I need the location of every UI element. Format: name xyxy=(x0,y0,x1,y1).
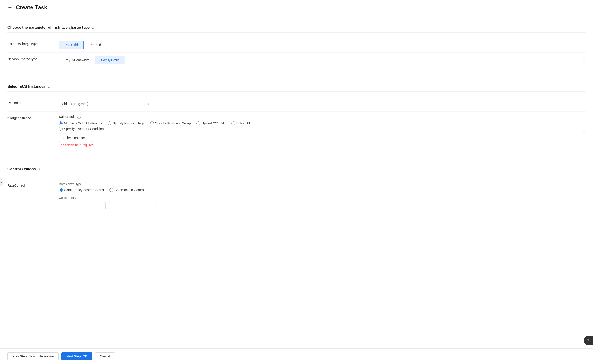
region-id-select[interactable]: China (Hangzhou) xyxy=(59,100,152,108)
rate-control-type-label: Rate control type xyxy=(59,182,586,186)
page-wrapper: ‹ ← Create Task Choose the parameter of … xyxy=(0,0,593,364)
prepaid-button[interactable]: PrePaid xyxy=(84,41,107,49)
specify-inventory-radio[interactable] xyxy=(59,127,63,131)
specify-resource-group-radio-item[interactable]: Specify Resource Group xyxy=(150,121,191,125)
main-content: Choose the parameter of instnace charge … xyxy=(0,15,593,364)
region-id-label: RegionId xyxy=(7,100,59,105)
target-instance-label: TargetInstance xyxy=(7,115,59,120)
select-all-radio-item[interactable]: Select All xyxy=(231,121,250,125)
instance-charge-type-controls: PostPaid PrePaid xyxy=(59,41,586,49)
region-id-select-wrapper: China (Hangzhou) ∨ xyxy=(59,100,152,108)
paybybandwidth-button[interactable]: PayByBandwidth xyxy=(59,56,95,64)
help-bubble[interactable]: ? xyxy=(584,336,593,345)
target-instance-copy-icon[interactable]: ⊟ xyxy=(582,129,586,133)
chevron-left-icon: ‹ xyxy=(1,180,2,184)
region-id-controls: China (Hangzhou) ∨ xyxy=(59,100,586,108)
select-instances-button[interactable]: Select Instances xyxy=(59,134,92,142)
concurrency-field-label: Concurrency xyxy=(59,196,586,200)
upload-csv-radio-item[interactable]: Upload CSV File xyxy=(196,121,226,125)
batch-radio-item[interactable]: Batch-based Control xyxy=(110,188,145,192)
select-all-radio[interactable] xyxy=(231,121,235,125)
prev-step-button[interactable]: Prev Step: Basic Information xyxy=(7,352,59,360)
ecs-instances-section-title: Select ECS Instances xyxy=(7,84,46,89)
manually-select-radio[interactable] xyxy=(59,121,63,125)
charge-type-section: Choose the parameter of instnace charge … xyxy=(7,21,586,72)
instance-charge-type-copy-icon[interactable]: ⊟ xyxy=(582,43,586,47)
concurrency-min-input[interactable] xyxy=(59,202,105,209)
page-title: Create Task xyxy=(16,4,47,11)
specify-inventory-label: Specify Inventory Conditions xyxy=(64,127,105,131)
paybytraffic-button[interactable]: PayByTraffic xyxy=(95,56,125,64)
upload-csv-radio[interactable] xyxy=(196,121,200,125)
select-all-label: Select All xyxy=(237,121,250,125)
network-charge-type-copy-icon[interactable]: ⊟ xyxy=(582,58,586,62)
target-instance-radio-group: Manually Select Instances Specify Instan… xyxy=(59,121,586,131)
concurrency-radio[interactable] xyxy=(59,188,63,192)
next-step-button[interactable]: Next Step: OK xyxy=(61,352,92,360)
select-role-text: Select Role xyxy=(59,115,76,118)
specify-tags-radio-item[interactable]: Specify Instance Tags xyxy=(108,121,145,125)
rate-control-row: RateControl Rate control type Concurrenc… xyxy=(7,179,586,213)
control-options-section-header: Control Options ∧ xyxy=(7,162,586,174)
charge-type-collapse-icon[interactable]: ∧ xyxy=(92,26,94,29)
network-charge-type-button-group: PayByBandwidth PayByTraffic xyxy=(59,56,586,64)
target-instance-controls: Select Role ? Manually Select Instances … xyxy=(59,115,586,147)
concurrency-radio-item[interactable]: Concurrency-based Control xyxy=(59,188,104,192)
side-collapse-tab[interactable]: ‹ xyxy=(0,178,3,186)
instance-charge-type-button-group: PostPaid PrePaid xyxy=(59,41,586,49)
batch-label: Batch-based Control xyxy=(115,188,145,192)
control-options-section-body: RateControl Rate control type Concurrenc… xyxy=(7,174,586,217)
network-charge-type-row: NetworkChargeType PayByBandwidth PayByTr… xyxy=(7,52,586,67)
manually-select-radio-item[interactable]: Manually Select Instances xyxy=(59,121,102,125)
charge-type-section-body: InstanceChargeType PostPaid PrePaid ⊟ Ne… xyxy=(7,33,586,72)
region-id-row: RegionId China (Hangzhou) ∨ xyxy=(7,96,586,111)
instance-charge-type-label: InstanceChargeType xyxy=(7,41,59,46)
ecs-instances-section-header: Select ECS Instances ∧ xyxy=(7,80,586,92)
upload-csv-label: Upload CSV File xyxy=(201,121,226,125)
network-charge-type-controls: PayByBandwidth PayByTraffic xyxy=(59,56,586,64)
target-instance-row: TargetInstance Select Role ? Manually Se… xyxy=(7,111,586,150)
instance-charge-type-row: InstanceChargeType PostPaid PrePaid ⊟ xyxy=(7,37,586,52)
ecs-instances-section-body: RegionId China (Hangzhou) ∨ TargetInstan… xyxy=(7,92,586,155)
specify-tags-label: Specify Instance Tags xyxy=(113,121,145,125)
ecs-instances-section: Select ECS Instances ∧ RegionId China (H… xyxy=(7,80,586,155)
network-charge-type-label: NetworkChargeType xyxy=(7,56,59,61)
charge-type-section-title: Choose the parameter of instnace charge … xyxy=(7,26,90,30)
concurrency-max-input[interactable] xyxy=(109,202,156,209)
manually-select-label: Manually Select Instances xyxy=(64,121,102,125)
cancel-button[interactable]: Cancel xyxy=(95,352,115,360)
specify-tags-radio[interactable] xyxy=(108,121,111,125)
control-options-section-title: Control Options xyxy=(7,167,36,171)
ecs-instances-collapse-icon[interactable]: ∧ xyxy=(48,85,50,88)
page-footer: Prev Step: Basic Information Next Step: … xyxy=(0,348,593,364)
help-bubble-icon: ? xyxy=(587,338,589,343)
specify-inventory-radio-item[interactable]: Specify Inventory Conditions xyxy=(59,127,586,131)
rate-control-controls: Rate control type Concurrency-based Cont… xyxy=(59,182,586,209)
select-role-help-icon[interactable]: ? xyxy=(77,115,81,118)
batch-radio[interactable] xyxy=(110,188,113,192)
target-instance-error: The field value is required xyxy=(59,143,586,147)
back-button[interactable]: ← xyxy=(7,4,13,11)
concurrency-label: Concurrency-based Control xyxy=(64,188,104,192)
control-options-collapse-icon[interactable]: ∧ xyxy=(38,168,41,171)
select-role-label-wrapper: Select Role ? xyxy=(59,115,586,118)
control-options-section: Control Options ∧ RateControl Rate contr… xyxy=(7,162,586,217)
concurrency-inputs-row xyxy=(59,202,586,209)
concurrency-field-wrapper: Concurrency xyxy=(59,196,586,209)
page-header: ← Create Task xyxy=(0,0,593,15)
specify-resource-group-radio[interactable] xyxy=(150,121,154,125)
postpaid-button[interactable]: PostPaid xyxy=(59,41,84,49)
rate-control-radio-group: Concurrency-based Control Batch-based Co… xyxy=(59,188,586,192)
specify-resource-group-label: Specify Resource Group xyxy=(155,121,191,125)
network-empty-button[interactable] xyxy=(125,56,153,64)
charge-type-section-header: Choose the parameter of instnace charge … xyxy=(7,21,586,33)
rate-control-label: RateControl xyxy=(7,182,59,187)
